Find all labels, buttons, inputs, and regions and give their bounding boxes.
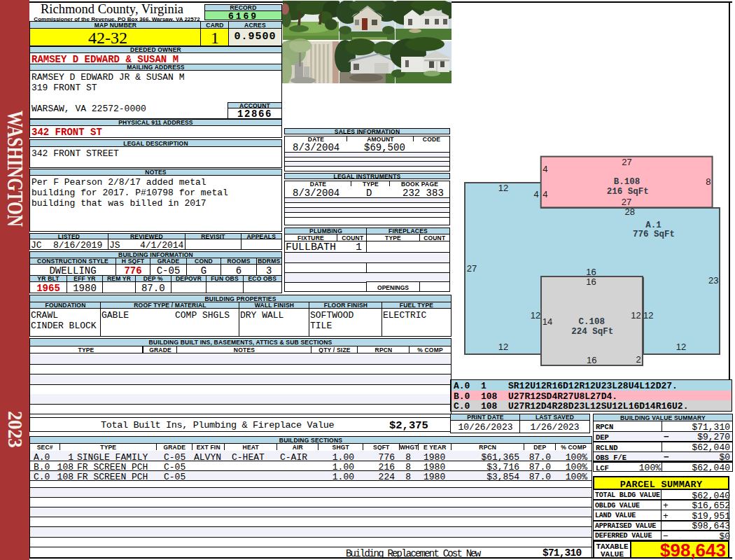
svg-text:216 SqFt: 216 SqFt: [607, 187, 649, 197]
svg-text:B.108: B.108: [614, 177, 640, 187]
svg-text:4: 4: [542, 189, 547, 200]
svg-text:16: 16: [587, 355, 596, 365]
svg-text:14: 14: [542, 316, 552, 327]
svg-text:27: 27: [622, 197, 631, 207]
svg-text:27: 27: [467, 263, 477, 274]
svg-text:12: 12: [498, 183, 508, 193]
svg-text:776 SqFt: 776 SqFt: [633, 230, 675, 239]
svg-text:12: 12: [498, 342, 508, 352]
svg-text:4: 4: [542, 164, 547, 174]
svg-text:12: 12: [643, 310, 653, 321]
svg-text:C.108: C.108: [579, 317, 606, 327]
svg-text:2: 2: [636, 354, 641, 365]
svg-text:8: 8: [706, 176, 710, 187]
svg-text:12: 12: [676, 342, 686, 352]
svg-text:224 SqFt: 224 SqFt: [571, 327, 613, 337]
svg-text:23: 23: [708, 275, 718, 286]
svg-text:A.1: A.1: [645, 220, 662, 230]
svg-text:16: 16: [586, 276, 596, 287]
svg-text:4: 4: [534, 189, 539, 200]
svg-text:27: 27: [622, 157, 631, 167]
svg-text:12: 12: [531, 310, 540, 321]
svg-text:12: 12: [631, 310, 640, 321]
svg-text:28: 28: [625, 206, 635, 217]
